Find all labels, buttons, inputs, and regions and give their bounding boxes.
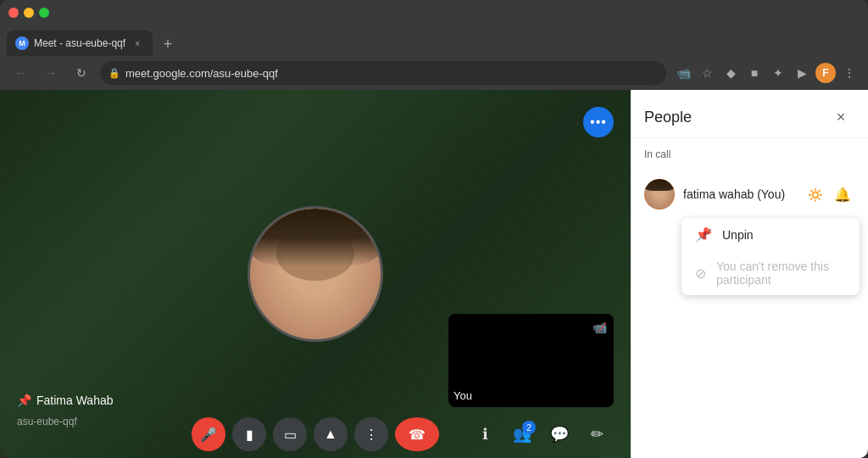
participant-name-label: Fatima Wahab bbox=[36, 394, 114, 407]
browser-window: M Meet - asu-eube-qqf × + ← → ↻ 🔒 meet.g… bbox=[0, 0, 868, 458]
participant-bell-icon[interactable]: 🔔 bbox=[831, 182, 854, 206]
participant-avatar-circle bbox=[248, 206, 383, 342]
panel-close-button[interactable]: × bbox=[827, 103, 854, 131]
avatar-hair bbox=[250, 209, 381, 267]
more-controls-button[interactable]: ⋮ bbox=[354, 417, 388, 451]
self-view-label: You bbox=[453, 389, 472, 402]
close-window-button[interactable] bbox=[8, 8, 19, 18]
url-text: meet.google.com/asu-eube-qqf bbox=[125, 67, 278, 80]
avatar-face bbox=[250, 209, 381, 339]
profile-avatar[interactable]: F bbox=[815, 63, 836, 83]
mute-button[interactable]: 🎤 bbox=[192, 417, 225, 451]
refresh-button[interactable]: ↻ bbox=[70, 61, 93, 85]
people-button[interactable]: 👥 2 bbox=[505, 417, 539, 451]
unpin-menu-item[interactable]: 📌̸ Unpin bbox=[682, 218, 860, 251]
unpin-label: Unpin bbox=[722, 228, 754, 242]
ext2-icon[interactable]: ✦ bbox=[768, 63, 788, 83]
self-mute-icon: 📹̸ bbox=[593, 321, 607, 334]
right-controls: ℹ 👥 2 💬 ✏ bbox=[468, 417, 614, 451]
content-area: ••• 📌 Fatima Wahab asu-eube-qqf 📹̸ You 🎤… bbox=[0, 90, 868, 458]
new-tab-button[interactable]: + bbox=[156, 32, 180, 56]
more-options-button[interactable]: ••• bbox=[583, 107, 614, 137]
maximize-window-button[interactable] bbox=[39, 8, 49, 18]
panel-header: People × bbox=[631, 90, 868, 138]
activities-button[interactable]: ✏ bbox=[580, 417, 614, 451]
participant-info: fatima wahab (You) bbox=[683, 187, 795, 202]
in-call-section: In call bbox=[631, 138, 868, 174]
self-view: 📹̸ You bbox=[448, 314, 614, 407]
participant-icons: 🔅 🔔 bbox=[804, 182, 854, 206]
end-call-button[interactable]: ☎ bbox=[395, 417, 439, 451]
minimize-window-button[interactable] bbox=[24, 8, 34, 18]
extension-icon[interactable]: ◆ bbox=[721, 63, 741, 83]
tab-close-button[interactable]: × bbox=[131, 36, 144, 50]
remove-label: You can't remove this participant bbox=[716, 260, 846, 287]
ext3-icon[interactable]: ▶ bbox=[792, 63, 812, 83]
participant-row: fatima wahab (You) 🔅 🔔 📌̸ Unpin ⊘ You ca… bbox=[631, 174, 868, 215]
participant-panel-avatar bbox=[644, 179, 675, 209]
unpin-icon: 📌̸ bbox=[695, 226, 712, 243]
toolbar-icons: 📹 ☆ ◆ ■ ✦ ▶ F ⋮ bbox=[673, 63, 860, 83]
tab-favicon: M bbox=[15, 36, 29, 50]
address-bar: ← → ↻ 🔒 meet.google.com/asu-eube-qqf 📹 ☆… bbox=[0, 56, 868, 90]
pin-icon: 📌 bbox=[17, 394, 31, 407]
back-button[interactable]: ← bbox=[8, 61, 32, 85]
in-call-label: In call bbox=[644, 148, 854, 160]
remove-menu-item: ⊘ You can't remove this participant bbox=[682, 251, 860, 295]
name-label: 📌 Fatima Wahab bbox=[17, 394, 114, 407]
more-menu-icon[interactable]: ⋮ bbox=[839, 63, 860, 83]
title-bar bbox=[0, 0, 868, 25]
camera-icon[interactable]: 📹 bbox=[673, 63, 693, 83]
forward-button[interactable]: → bbox=[39, 61, 63, 85]
puzzle-icon[interactable]: ■ bbox=[744, 63, 765, 83]
camera-toggle-button[interactable]: ▮ bbox=[232, 417, 266, 451]
lock-icon: 🔒 bbox=[108, 68, 120, 79]
participant-mic-icon[interactable]: 🔅 bbox=[804, 182, 827, 206]
panel-title: People bbox=[644, 109, 692, 126]
active-tab[interactable]: M Meet - asu-eube-qqf × bbox=[7, 31, 153, 56]
people-badge: 2 bbox=[522, 421, 536, 434]
present-button[interactable]: ▲ bbox=[314, 417, 348, 451]
tabs-bar: M Meet - asu-eube-qqf × + bbox=[0, 25, 868, 56]
chat-button[interactable]: 💬 bbox=[542, 417, 576, 451]
captions-button[interactable]: ▭ bbox=[273, 417, 307, 451]
participant-panel-name: fatima wahab (You) bbox=[683, 187, 785, 201]
video-area: ••• 📌 Fatima Wahab asu-eube-qqf 📹̸ You 🎤… bbox=[0, 90, 631, 458]
context-menu: 📌̸ Unpin ⊘ You can't remove this partici… bbox=[682, 218, 860, 295]
people-panel: People × In call fatima wahab (You) 🔅 🔔 bbox=[631, 90, 868, 458]
remove-icon: ⊘ bbox=[695, 265, 706, 282]
url-bar[interactable]: 🔒 meet.google.com/asu-eube-qqf bbox=[100, 61, 666, 85]
bookmark-star-icon[interactable]: ☆ bbox=[697, 63, 717, 83]
more-options-icon: ••• bbox=[590, 114, 607, 130]
tab-title: Meet - asu-eube-qqf bbox=[34, 37, 125, 49]
info-button[interactable]: ℹ bbox=[468, 417, 502, 451]
